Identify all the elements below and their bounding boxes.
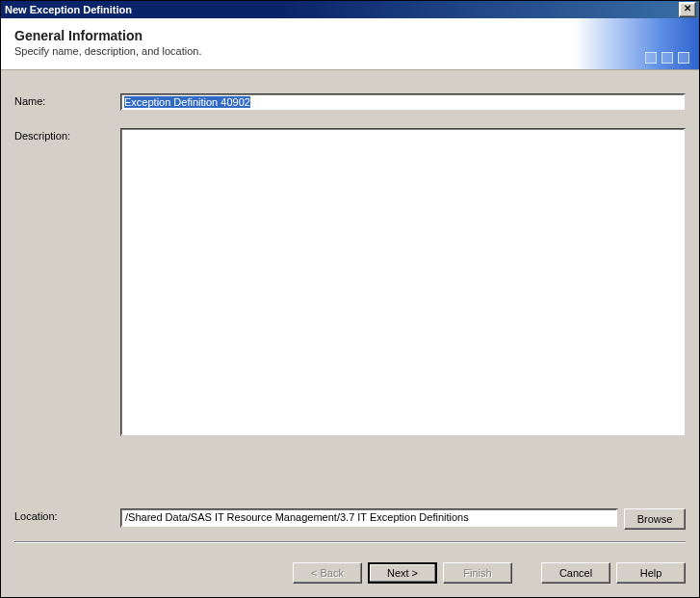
description-row: Description:: [14, 128, 686, 495]
close-button[interactable]: ✕: [679, 2, 696, 17]
page-heading: General Information: [14, 28, 686, 43]
browse-button[interactable]: Browse: [624, 508, 686, 530]
wizard-header: General Information Specify name, descri…: [1, 18, 699, 70]
window-title: New Exception Definition: [5, 1, 132, 18]
next-button[interactable]: Next >: [368, 562, 437, 584]
wizard-footer: < Back Next > Finish Cancel Help: [1, 562, 699, 597]
step-box: [678, 52, 689, 64]
titlebar: New Exception Definition ✕: [1, 1, 699, 18]
location-row: Location: /Shared Data/SAS IT Resource M…: [14, 508, 686, 530]
location-input[interactable]: /Shared Data/SAS IT Resource Management/…: [120, 508, 618, 528]
description-label: Description:: [14, 128, 120, 495]
close-icon: ✕: [684, 3, 691, 13]
form-content: Name: Exception Definition 40902 Descrip…: [1, 70, 699, 562]
location-value: /Shared Data/SAS IT Resource Management/…: [125, 511, 469, 523]
description-textarea[interactable]: [120, 128, 686, 436]
name-input[interactable]: Exception Definition 40902: [120, 93, 686, 111]
location-label: Location:: [14, 508, 120, 530]
step-box: [661, 52, 673, 64]
footer-separator: [14, 541, 686, 543]
help-button[interactable]: Help: [616, 562, 686, 584]
name-input-selected-text: Exception Definition 40902: [124, 96, 250, 108]
step-indicator: [645, 52, 689, 64]
page-subheading: Specify name, description, and location.: [14, 45, 686, 57]
cancel-button[interactable]: Cancel: [541, 562, 610, 584]
name-label: Name:: [14, 93, 120, 111]
step-box: [645, 52, 657, 64]
name-row: Name: Exception Definition 40902: [14, 93, 686, 111]
window-controls: ✕: [678, 1, 697, 18]
finish-button[interactable]: Finish: [443, 562, 512, 584]
button-gap: [518, 562, 535, 584]
back-button[interactable]: < Back: [293, 562, 362, 584]
wizard-window: New Exception Definition ✕ General Infor…: [0, 0, 700, 598]
